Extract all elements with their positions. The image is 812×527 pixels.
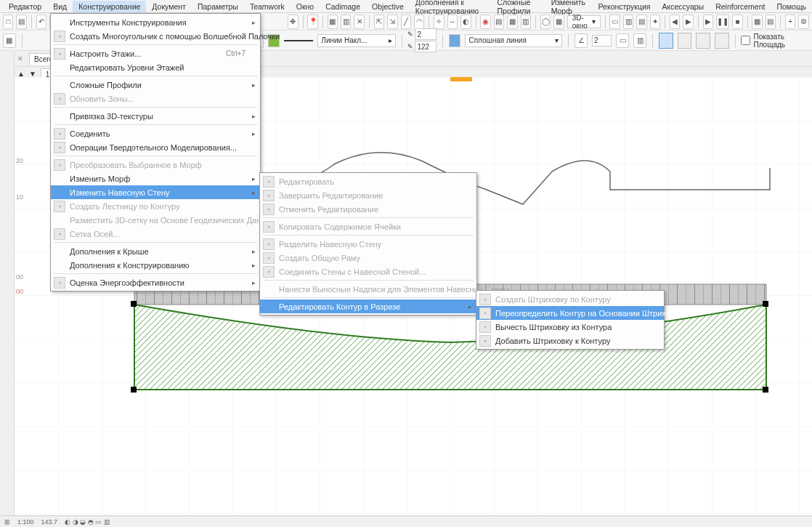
settings-button[interactable]: ⚙ (798, 15, 808, 29)
pen-color-2[interactable] (449, 34, 460, 47)
energy-icon: ▫ (54, 277, 65, 289)
line-type-combo[interactable]: Линии Накл...▸ (317, 34, 395, 47)
new-file-button[interactable]: □ (3, 15, 13, 29)
menu-item: ▫Отменить Редактирование (260, 202, 476, 216)
show-area-check[interactable]: Показать Площадь (741, 33, 809, 49)
floorplan-button[interactable]: ▭ (609, 15, 620, 29)
hatch-mode-2[interactable] (678, 33, 692, 49)
num-top[interactable]: 2 (415, 28, 437, 40)
menu-redactor[interactable]: Редактор (3, 1, 47, 12)
open-file-button[interactable]: ▤ (16, 15, 26, 29)
orbit-tool[interactable]: ◯ (540, 15, 551, 29)
wand-tool[interactable]: ✧ (434, 15, 444, 29)
menu-window[interactable]: Окно (291, 1, 320, 12)
menu-item[interactable]: ▫Переопределить Контур на Основании Штри… (476, 306, 664, 320)
menu-item-label: Редактировать Уровни Этажей (70, 63, 184, 72)
menu-item[interactable]: Изменить Навесную Стену (51, 185, 260, 199)
menu-item[interactable]: Дополнения к Крыше (51, 244, 260, 258)
align-1[interactable]: ▭ (616, 33, 629, 48)
hatch-mode-4[interactable] (715, 33, 729, 49)
elevation-button[interactable]: ▤ (636, 15, 646, 29)
join-icon: ▫ (54, 128, 65, 140)
menu-item[interactable]: Редактировать Контур в Разрезе (260, 299, 476, 313)
line-style-combo[interactable]: Сплошная линия▾ (465, 34, 562, 47)
offset-tool-2[interactable]: ⇲ (387, 15, 397, 29)
line-tool[interactable]: ╱ (401, 15, 411, 29)
cancel-snap-button[interactable]: ✕ (354, 15, 364, 29)
grid-snap-button[interactable]: ▦ (328, 15, 338, 29)
attributes-button[interactable]: ▤ (766, 15, 776, 29)
show-area-checkbox[interactable] (741, 36, 750, 45)
menu-item[interactable]: ▫Операции Твердотельного Моделирования..… (51, 140, 260, 154)
menu-bar: Редактор Вид Конструирование Документ Па… (0, 0, 812, 13)
menu-vid[interactable]: Вид (47, 1, 73, 12)
menu-document[interactable]: Документ (146, 1, 192, 12)
menu-item[interactable]: Привязка 3D-текстуры (51, 109, 260, 123)
num-bot[interactable]: 122 (415, 41, 437, 52)
status-tools[interactable]: ◐ ◑ ◒ ◓ ▭ ▥ (65, 518, 110, 526)
menu-item-label: Разделить Навесную Стену (279, 240, 381, 249)
menu-item[interactable]: Изменить Морф (51, 172, 260, 185)
renovation-tool[interactable]: ▦ (507, 15, 517, 29)
cw-settings-button[interactable]: ▦ (3, 33, 16, 48)
menu-teamwork[interactable]: Teamwork (244, 1, 291, 12)
menu-item[interactable]: ▫Добавить Штриховку к Контуру (476, 334, 664, 347)
menu-item-label: Оценка Энергоэффективности (70, 278, 184, 287)
status-icon: ⊞ (4, 518, 10, 526)
pin-tool[interactable]: 📍 (307, 15, 317, 29)
menu-item[interactable]: ▫Настроить Этажи...Ctrl+7 (51, 47, 260, 60)
menu-reconstruction[interactable]: Реконструкция (593, 1, 657, 12)
menu-cadimage[interactable]: Cadimage (320, 1, 366, 12)
edit-contour-submenu: ▫Создать Штриховку по Контуру▫Переопреде… (476, 290, 665, 350)
menu-item[interactable]: ▫Создать Многоугольник с помощью Волшебн… (51, 29, 260, 43)
view-3d-combo[interactable]: 3D-окно▾ (567, 15, 601, 28)
menu-reinforcement[interactable]: Reinforcement (710, 1, 771, 12)
menu-objective[interactable]: Objective (366, 1, 410, 12)
view-tool[interactable]: ▥ (521, 15, 531, 29)
bucket-tool[interactable]: ◐ (460, 15, 471, 29)
menu-item[interactable]: ▫Оценка Энергоэффективности (51, 275, 260, 289)
stop-button[interactable]: ■ (732, 15, 742, 29)
menu-item[interactable]: Дополнения к Конструированию (51, 258, 260, 272)
angle-num[interactable]: 2 (592, 35, 612, 47)
menu-help[interactable]: Помощь (771, 1, 812, 12)
menu-item-label: Сложные Профили (70, 81, 142, 89)
menu-construction[interactable]: Конструирование (73, 1, 146, 12)
menu-item[interactable]: Сложные Профили (51, 78, 260, 92)
section-button[interactable]: ▥ (623, 15, 633, 29)
trace-tool[interactable]: ◉ (480, 15, 490, 29)
menu-parameters[interactable]: Параметры (192, 1, 244, 12)
menu-item[interactable]: Редактировать Уровни Этажей (51, 60, 260, 74)
menu-item: Нанести Выносные Надписи для Элементов Н… (260, 282, 476, 296)
status-coord: 143.7 (41, 518, 58, 526)
menu-item[interactable]: Инструменты Конструирования (51, 15, 260, 29)
play-button[interactable]: ▶ (703, 15, 713, 29)
nav-right-button[interactable]: ▶ (683, 15, 693, 29)
nav-left-button[interactable]: ◀ (670, 15, 680, 29)
pause-button[interactable]: ❚❚ (716, 15, 729, 29)
measure-tool[interactable]: ↔ (447, 15, 458, 29)
undo-button[interactable]: ↶ (36, 15, 46, 29)
menu-item[interactable]: ▫Вычесть Штриховку из Контура (476, 320, 664, 334)
close-panel-icon[interactable]: ✕ (17, 55, 25, 63)
menu-accessories[interactable]: Аксессуары (656, 1, 710, 12)
menu-item-label: Отменить Редактирование (279, 205, 378, 214)
hatch-mode-1[interactable] (659, 33, 673, 49)
hatch-mode-3[interactable] (696, 33, 710, 49)
status-zoom[interactable]: 1:100 (17, 518, 34, 526)
menu-item[interactable]: ▫Соединить (51, 126, 260, 140)
align-2[interactable]: ▥ (633, 33, 646, 48)
options-button[interactable]: ▦ (752, 15, 762, 29)
arc-tool[interactable]: ◠ (414, 15, 424, 29)
nav-tool[interactable]: ▦ (553, 15, 564, 29)
add-button[interactable]: + (785, 15, 795, 29)
move-tool[interactable]: ✥ (288, 15, 298, 29)
line-sample (284, 40, 313, 41)
layer-tool[interactable]: ▤ (494, 15, 504, 29)
construction-menu: Инструменты Конструирования▫Создать Мног… (50, 13, 261, 291)
menu-item-label: Завершить Редактирование (279, 191, 383, 200)
menu-item: ▫Сетка Осей... (51, 227, 260, 241)
guide-snap-button[interactable]: ▥ (341, 15, 351, 29)
detail-button[interactable]: ✦ (650, 15, 660, 29)
offset-tool[interactable]: ⇱ (374, 15, 384, 29)
